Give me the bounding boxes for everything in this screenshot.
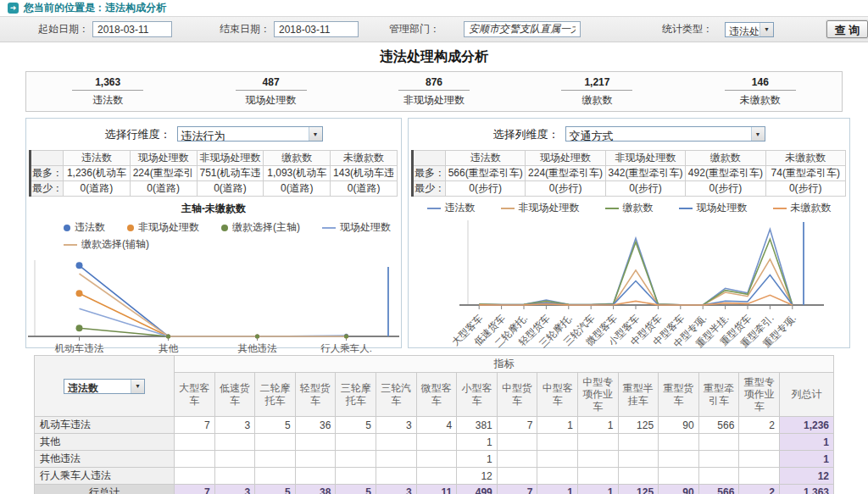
- mini-table-cell: 0(道路): [264, 181, 331, 197]
- left-chart-title: 主轴-未缴款数: [26, 202, 401, 216]
- dot-marker-icon: [221, 225, 228, 231]
- mini-table-row: 最多：566(重型牵引车)224(重型牵引车)342(重型牵引车)492(重型牵…: [413, 166, 846, 181]
- svg-text:机动车违法: 机动车违法: [54, 343, 104, 353]
- cross-table-cell: 3: [376, 417, 416, 434]
- legend-label: 非现场处理数: [138, 220, 199, 235]
- cross-table-total-cell: 5: [336, 485, 376, 494]
- cross-table-cell: [336, 468, 376, 485]
- cross-table-row-total: 1,236: [780, 417, 834, 434]
- mini-table-cell: 1,236(机动车: [64, 166, 131, 181]
- mini-table-col-header: 未缴款数: [331, 151, 398, 166]
- mini-table-cell: 0(道路): [64, 181, 131, 197]
- svg-text:其他: 其他: [159, 343, 179, 353]
- cross-table: 违法数▼指标大型客车低速货车二轮摩托车轻型货车三轮摩托车三轮汽车微型客车小型客车…: [34, 355, 834, 494]
- cross-table-cell: [739, 434, 780, 451]
- cross-table-col-header: 大型客车: [175, 373, 215, 417]
- cross-table-cell: [698, 451, 739, 468]
- cross-table-cell: [214, 451, 255, 468]
- svg-text:其他违法: 其他违法: [238, 343, 278, 353]
- legend-item[interactable]: 非现场处理数: [501, 201, 580, 215]
- cross-table-cell: [376, 451, 416, 468]
- cross-table-cell: [175, 468, 215, 485]
- row-dimension-select-value: 违法行为: [178, 127, 309, 141]
- column-dimension-select-value: 交通方式: [566, 127, 751, 141]
- column-dimension-select[interactable]: 交通方式▼: [565, 126, 765, 142]
- cross-table-cell: [577, 451, 618, 468]
- cross-table-cell: [537, 451, 578, 468]
- cross-table-col-header: 重型货车: [659, 373, 699, 417]
- mini-table-cell: 492(重型牵引车): [686, 166, 765, 181]
- stat-type-select[interactable]: 违法处理▼: [725, 22, 774, 37]
- legend-item[interactable]: 违法数: [427, 201, 476, 215]
- cross-table-cell: [175, 451, 215, 468]
- query-button[interactable]: 查 询: [826, 20, 868, 38]
- legend-label: 违法数: [445, 201, 476, 215]
- legend-item[interactable]: 缴款选择(辅轴): [64, 237, 149, 252]
- cross-table-row-label: 机动车违法: [35, 417, 175, 434]
- end-date-label: 结束日期：: [220, 22, 270, 36]
- cross-table-total-cell: 7: [497, 485, 537, 494]
- end-date-input[interactable]: [274, 21, 359, 37]
- mini-table-cell: 0(步行): [446, 181, 526, 197]
- row-dimension-select[interactable]: 违法行为▼: [177, 126, 323, 142]
- summary-stat-label: 未缴款数: [679, 93, 842, 108]
- cross-table-row-label: 其他违法: [35, 451, 175, 468]
- row-dim-summary-table: 违法数现场处理数非现场处理数缴款数未缴款数最多：1,236(机动车224(重型牵…: [29, 150, 398, 197]
- cross-table-col-header: 重型半挂车: [618, 373, 659, 417]
- cross-table-cell: 2: [739, 417, 780, 434]
- legend-item[interactable]: 非现场处理数: [127, 220, 199, 235]
- summary-stat: 876非现场处理数: [353, 76, 515, 108]
- mini-table-col-header: 违法数: [446, 151, 526, 166]
- cross-table-cell: [739, 451, 780, 468]
- cross-table-col-header: 重型牵引车: [698, 373, 739, 417]
- cross-table-total-cell: 7: [175, 485, 215, 494]
- mini-table-cell: 0(步行): [526, 181, 605, 197]
- chevron-down-icon: ▼: [751, 127, 765, 141]
- cross-table-total-cell: 3: [376, 485, 416, 494]
- col-dim-summary-table: 违法数现场处理数非现场处理数缴款数未缴款数最多：566(重型牵引车)224(重型…: [411, 150, 846, 197]
- row-dim-label: 选择行维度：: [105, 127, 171, 142]
- cross-table-cell: [659, 468, 699, 485]
- legend-item[interactable]: 现场处理数: [322, 220, 391, 235]
- analysis-panels: 选择行维度： 违法行为▼ 违法数现场处理数非现场处理数缴款数未缴款数最多：1,2…: [25, 118, 843, 348]
- svg-text:行人乘车人.: 行人乘车人.: [320, 343, 372, 353]
- dept-input[interactable]: [464, 21, 581, 37]
- cross-table-cell: [214, 434, 255, 451]
- legend-label: 未缴款数: [791, 201, 832, 215]
- legend-item[interactable]: 违法数: [64, 220, 105, 235]
- mini-table-col-header: 非现场处理数: [197, 151, 264, 166]
- cross-table-cell: [618, 468, 659, 485]
- cross-table-cell: 125: [618, 417, 659, 434]
- legend-item[interactable]: 现场处理数: [679, 201, 748, 215]
- cross-table-col-header: 重型专项作业车: [739, 373, 780, 417]
- cross-table-cell: 5: [255, 417, 296, 434]
- filter-bar: 起始日期： 结束日期： 管理部门： 统计类型： 违法处理▼ 查 询: [0, 17, 868, 42]
- breadcrumb: 您当前的位置是：违法构成分析: [24, 1, 166, 15]
- cross-table-cell: [295, 451, 336, 468]
- cross-table-total-cell: 3: [214, 485, 255, 494]
- cross-table-cell: [416, 451, 457, 468]
- legend-item[interactable]: 缴款数: [605, 201, 654, 215]
- cross-table-col-header: 二轮摩托车: [255, 373, 296, 417]
- legend-item[interactable]: 缴款选择(主轴): [221, 220, 300, 235]
- row-dim-selector-cell: 违法数▼: [35, 356, 175, 417]
- summary-stat-value: 1,217: [561, 76, 632, 91]
- cross-table-cell: [577, 434, 618, 451]
- mini-table-row-label: 最多：: [31, 166, 64, 181]
- cross-table-row-total: 1: [780, 451, 834, 468]
- line-marker-icon: [64, 244, 77, 246]
- mini-table-row-label: 最多：: [413, 166, 446, 181]
- right-chart-legend: 违法数非现场处理数缴款数现场处理数未缴款数: [412, 201, 846, 215]
- mini-table-cell: 0(道路): [197, 181, 264, 197]
- start-date-input[interactable]: [92, 21, 172, 37]
- cross-table-cell: [416, 434, 457, 451]
- cross-table-col-header: 轻型货车: [295, 373, 336, 417]
- mini-table-col-header: 非现场处理数: [605, 151, 685, 166]
- summary-stat-value: 876: [398, 76, 470, 91]
- legend-item[interactable]: 未缴款数: [773, 201, 832, 215]
- value-type-select[interactable]: 违法数▼: [64, 379, 145, 394]
- summary-stat-label: 缴款数: [515, 93, 678, 108]
- cross-table-cell: 5: [336, 417, 376, 434]
- cross-table-row: 行人乘车人违法1212: [35, 468, 834, 485]
- mini-table-row: 最多：1,236(机动车224(重型牵引751(机动车违1,093(机动车143…: [31, 166, 398, 181]
